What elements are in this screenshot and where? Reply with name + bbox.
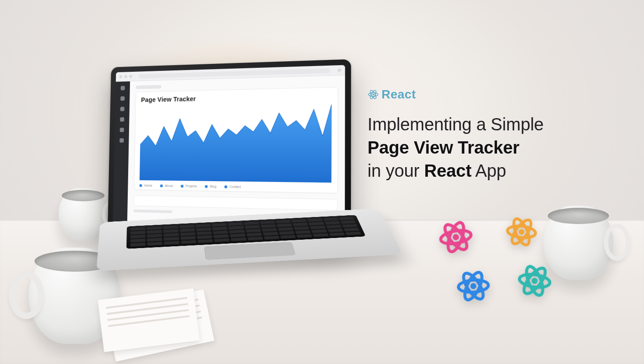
legend-item: Projects xyxy=(181,184,197,188)
atom-icon xyxy=(434,216,477,258)
svg-point-15 xyxy=(470,283,477,290)
brand-label: React xyxy=(382,88,416,102)
browser-menu-icon[interactable] xyxy=(338,68,341,72)
atom-icon xyxy=(514,260,556,302)
svg-point-7 xyxy=(452,234,459,241)
sidebar-users-icon[interactable] xyxy=(120,107,125,111)
headline-line3-post: App xyxy=(472,161,506,180)
window-dot-icon xyxy=(119,75,122,78)
react-brand: React xyxy=(368,88,621,102)
panel-title: Page View Tracker xyxy=(141,92,332,103)
headline-block: React Implementing a Simple Page View Tr… xyxy=(368,88,621,182)
legend-item: Home xyxy=(140,184,152,187)
sidebar-settings-icon[interactable] xyxy=(120,128,124,132)
chart-legend: Home About Projects Blog Contact xyxy=(140,184,332,190)
sidebar-help-icon[interactable] xyxy=(119,138,124,143)
atom-icon xyxy=(503,214,540,251)
main-area: Page View Tracker xyxy=(127,75,345,234)
sidebar-analytics-icon[interactable] xyxy=(120,96,125,101)
legend-item: About xyxy=(160,184,173,188)
screen-display: Page View Tracker xyxy=(113,65,345,234)
headline-line1: Implementing a Simple xyxy=(368,113,621,136)
svg-point-19 xyxy=(531,277,538,284)
footer-caption xyxy=(133,210,172,213)
window-dot-icon xyxy=(129,75,132,78)
hero-scene: Page View Tracker xyxy=(0,0,644,364)
footer-panel xyxy=(133,195,338,210)
legend-item: Contact xyxy=(224,185,241,189)
area-chart xyxy=(140,103,332,183)
sidebar-pages-icon[interactable] xyxy=(120,117,124,122)
headline-line2: Page View Tracker xyxy=(368,138,519,157)
sidebar-home-icon[interactable] xyxy=(121,86,125,90)
window-dot-icon xyxy=(124,75,127,78)
atom-icon xyxy=(454,267,493,305)
chart-panel: Page View Tracker xyxy=(134,87,338,193)
svg-point-11 xyxy=(518,229,525,235)
svg-point-3 xyxy=(372,94,374,95)
headline-line3-pre: in your xyxy=(368,161,424,180)
react-logo-icon xyxy=(368,89,379,100)
breadcrumb xyxy=(136,85,161,89)
headline: Implementing a Simple Page View Tracker … xyxy=(368,113,621,182)
atom-icon-group xyxy=(438,219,578,315)
dashboard-app: Page View Tracker xyxy=(113,75,345,234)
laptop: Page View Tracker xyxy=(109,66,376,312)
legend-item: Blog xyxy=(205,185,217,188)
headline-line3-bold: React xyxy=(424,161,472,180)
